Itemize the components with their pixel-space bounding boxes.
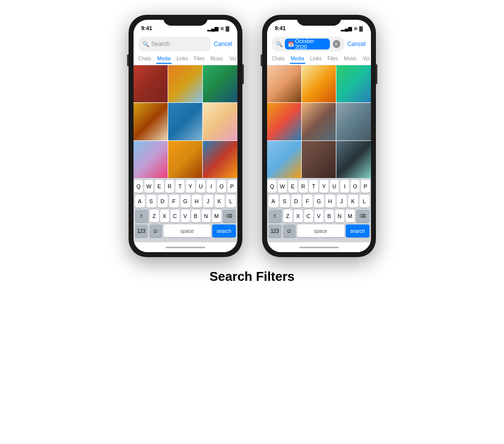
key-i-left[interactable]: I [207,180,216,193]
search-input-left[interactable]: 🔍 Search [138,37,211,51]
key-q-right[interactable]: Q [268,180,276,193]
tab-files-right[interactable]: Files [326,54,339,64]
search-bar-right[interactable]: 🔍 📅 October 2020 ✕ Cancel [267,35,371,53]
key-s-left[interactable]: S [146,195,156,208]
key-t-right[interactable]: T [309,180,318,193]
grid-cell-9[interactable] [203,141,237,178]
key-p-left[interactable]: P [228,180,236,193]
key-emoji-left[interactable]: ☺ [149,224,162,237]
key-u-left[interactable]: U [196,180,205,193]
key-w-left[interactable]: W [144,180,153,193]
key-r-right[interactable]: R [299,180,308,193]
key-h-right[interactable]: H [325,195,335,208]
key-n-right[interactable]: N [335,210,344,222]
key-g-right[interactable]: G [314,195,324,208]
key-search-left[interactable]: search [212,224,236,237]
key-n-left[interactable]: N [202,210,211,222]
key-u-right[interactable]: U [330,180,339,193]
key-d-left[interactable]: D [158,195,168,208]
keyboard-right[interactable]: Q W E R T Y U I O P A S D F G H [267,178,371,242]
tab-music-left[interactable]: Music [209,54,224,64]
key-x-left[interactable]: X [160,210,169,222]
grid-cell-r3[interactable] [336,65,370,102]
grid-cell-r8[interactable] [302,141,336,178]
tab-links-left[interactable]: Links [176,54,189,64]
grid-cell-2[interactable] [168,65,202,102]
key-c-right[interactable]: C [304,210,313,222]
key-m-left[interactable]: M [212,210,221,222]
key-space-left[interactable]: space [164,224,211,237]
search-bar-left[interactable]: 🔍 Search Cancel [134,35,237,53]
grid-cell-7[interactable] [134,141,168,178]
key-c-left[interactable]: C [171,210,180,222]
key-y-right[interactable]: Y [320,180,328,193]
grid-cell-r4[interactable] [267,103,301,140]
key-search-right[interactable]: search [346,224,369,237]
key-z-right[interactable]: Z [283,210,292,222]
key-123-right[interactable]: 123 [269,224,281,237]
key-123-left[interactable]: 123 [135,224,148,237]
key-y-left[interactable]: Y [186,180,195,193]
tab-music-right[interactable]: Music [343,54,358,64]
key-emoji-right[interactable]: ☺ [283,224,296,237]
key-a-left[interactable]: A [135,195,145,208]
key-space-right[interactable]: space [297,224,344,237]
key-x-right[interactable]: X [294,210,303,222]
tab-chats-left[interactable]: Chats [137,54,152,64]
filter-tag[interactable]: 📅 October 2020 [285,39,330,49]
key-delete-right[interactable]: ⌫ [356,210,369,222]
key-t-left[interactable]: T [176,180,184,193]
key-b-left[interactable]: B [191,210,200,222]
key-b-right[interactable]: B [325,210,334,222]
grid-cell-4[interactable] [134,103,168,140]
tab-media-right[interactable]: Media [290,54,305,64]
key-g-left[interactable]: G [181,195,190,208]
cancel-button-right[interactable]: Cancel [347,41,366,47]
key-a-right[interactable]: A [269,195,278,208]
filter-clear-button[interactable]: ✕ [333,40,341,48]
tab-voice-left[interactable]: Voi [228,54,237,64]
key-v-right[interactable]: V [315,210,323,222]
key-l-right[interactable]: L [360,195,369,208]
key-shift-right[interactable]: ⇧ [269,210,282,222]
key-s-right[interactable]: S [280,195,290,208]
tab-voice-right[interactable]: Voi [362,54,370,64]
grid-cell-r6[interactable] [336,103,370,140]
key-f-right[interactable]: F [303,195,313,208]
grid-cell-r1[interactable] [267,65,301,102]
key-w-right[interactable]: W [278,180,287,193]
key-k-right[interactable]: K [348,195,358,208]
key-l-left[interactable]: L [226,195,236,208]
tab-media-left[interactable]: Media [156,54,172,64]
grid-cell-6[interactable] [203,103,237,140]
key-delete-left[interactable]: ⌫ [223,210,236,222]
tab-files-left[interactable]: Files [193,54,205,64]
key-h-left[interactable]: H [192,195,202,208]
key-e-left[interactable]: E [155,180,164,193]
key-shift-left[interactable]: ⇧ [135,210,148,222]
grid-cell-1[interactable] [134,65,168,102]
grid-cell-r9[interactable] [336,141,370,178]
key-z-left[interactable]: Z [150,210,159,222]
grid-cell-r5[interactable] [302,103,336,140]
key-p-right[interactable]: P [361,180,370,193]
key-f-left[interactable]: F [169,195,179,208]
key-o-left[interactable]: O [217,180,226,193]
tab-chats-right[interactable]: Chats [271,54,286,64]
key-v-left[interactable]: V [181,210,190,222]
tab-links-right[interactable]: Links [309,54,322,64]
key-q-left[interactable]: Q [134,180,143,193]
keyboard-left[interactable]: Q W E R T Y U I O P A S D F G H [134,178,237,242]
key-e-right[interactable]: E [288,180,297,193]
key-j-left[interactable]: J [203,195,213,208]
key-i-right[interactable]: I [340,180,349,193]
key-o-right[interactable]: O [351,180,360,193]
key-m-right[interactable]: M [346,210,355,222]
grid-cell-5[interactable] [168,103,202,140]
search-input-right[interactable]: 🔍 📅 October 2020 ✕ [272,37,345,51]
grid-cell-8[interactable] [168,141,202,178]
key-d-right[interactable]: D [291,195,301,208]
grid-cell-r2[interactable] [302,65,336,102]
key-k-left[interactable]: K [215,195,225,208]
key-j-right[interactable]: J [337,195,347,208]
